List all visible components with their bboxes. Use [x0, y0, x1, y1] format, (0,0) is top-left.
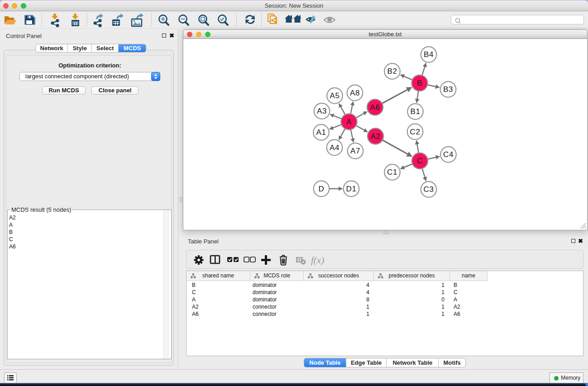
svg-text:A4: A4 [330, 143, 339, 152]
svg-text:A3: A3 [317, 107, 327, 115]
svg-text:D1: D1 [346, 185, 357, 193]
svg-text:A: A [346, 118, 352, 126]
svg-text:A1: A1 [316, 128, 326, 137]
svg-text:A8: A8 [350, 89, 360, 97]
svg-text:A2: A2 [371, 132, 381, 141]
svg-text:C3: C3 [424, 185, 434, 194]
svg-text:A5: A5 [330, 91, 340, 100]
svg-text:A7: A7 [350, 147, 360, 155]
svg-text:C: C [417, 157, 423, 165]
svg-text:B4: B4 [424, 50, 434, 59]
svg-text:C1: C1 [387, 168, 397, 176]
svg-text:A6: A6 [370, 103, 380, 112]
svg-text:B1: B1 [411, 107, 421, 116]
svg-text:C2: C2 [410, 128, 421, 136]
svg-text:B2: B2 [387, 67, 397, 76]
svg-text:D: D [319, 185, 325, 193]
svg-text:C4: C4 [443, 150, 454, 159]
svg-text:B3: B3 [443, 85, 453, 94]
svg-text:f(x): f(x) [311, 255, 324, 266]
svg-text:B: B [417, 79, 422, 87]
